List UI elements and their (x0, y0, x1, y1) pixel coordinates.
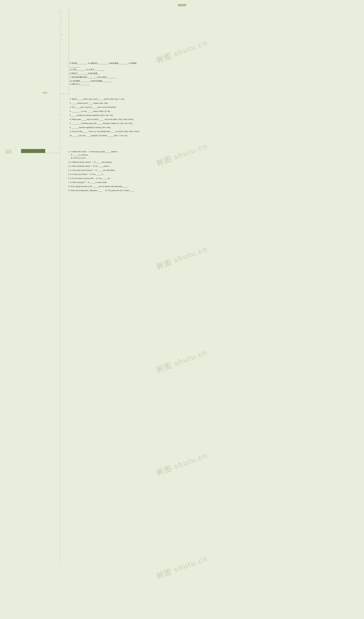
completion-item-5: 5. A: Is Alan your friend? → B: Yes, ___… (68, 173, 135, 176)
completion-item-3: 3. A: Does Cindy like salad? → B: No, __… (68, 165, 135, 168)
watermark-text-6: 树图 shutu.cn (155, 553, 209, 581)
fill-ex-2: 2. _____ erasers are in _____drawer. (he… (70, 102, 139, 105)
trans-ex-9: 21.画出它们__________ (70, 83, 138, 86)
fill-ex-1: 1. What's _____ name? (you / your) _____… (70, 98, 139, 101)
completion-item-1: 1. A: What's this / that? → A: How do yo… (68, 150, 118, 160)
completion-item-4: 4. A: How much are his shoes? → B: _____… (68, 169, 135, 172)
fill-ex-6: 6. Please take _____ keys to school. ___… (70, 118, 139, 121)
fill-ex-10: 10.______ can't see _____baseball. It's … (70, 134, 139, 137)
translation-exercises: 9. 听他说__________ 10. 她喜欢它__________ 11.她… (70, 62, 138, 86)
trans-ex-4: 9. 听他说__________ 10. 她喜欢它__________ 11.她… (70, 62, 138, 68)
completion-item-9: 9. Those are strawberries. Sally likes _… (68, 189, 135, 192)
fill-ex-9: 9. Can you help _____ ? (we / us / our) … (70, 130, 139, 133)
h-connector-1 (60, 12, 63, 12)
fill-ex-5: 5. _____ brother can speak Japanese. (He… (70, 114, 139, 117)
fill-exercises: 1. What's _____ name? (you / your) _____… (70, 98, 139, 137)
trans-ex-8: 19. 他们唱歌__________ 20.他们旧电脑__________ (70, 80, 138, 83)
h-connector-section1 (60, 94, 69, 94)
completion-exercises: 1. A: What's this / that? → A: How do yo… (68, 149, 135, 192)
fill-ex-4: 4. _________ is a cat. _____ name is Mim… (70, 110, 139, 113)
watermark-text-4: 树图 shutu.cn (155, 347, 209, 375)
center-node (21, 149, 45, 153)
trans-ex-5: 13. 它吃__________14.它名字__________ (70, 68, 138, 71)
watermark-text-2: 树图 shutu.cn (155, 141, 209, 169)
page-title (178, 4, 186, 6)
h-connector-2 (60, 17, 63, 17)
fill-ex-8: 8. _______ favorite vegetable is tomato.… (70, 126, 139, 129)
fill-ex-7: 7. _________ is thirteen years old. ____… (70, 122, 139, 125)
watermark: 树图 shutu.cn 树图 shutu.cn 树图 shutu.cn 树图 s… (0, 0, 364, 619)
watermark-text-5: 树图 shutu.cn (155, 450, 209, 478)
trans-ex-7: 17.我们最喜爱的水果__________18.加入我们__________ (70, 76, 138, 79)
watermark-text-3: 树图 shutu.cn (155, 244, 209, 272)
completion-item-7: 7. A: Who is that girl? → B: _____ is Ja… (68, 181, 135, 184)
completion-item-6: 6. A: Do you have a soccer ball? → B: Ye… (68, 177, 135, 180)
h-connector-complete (60, 148, 63, 149)
completion-item-8: 8. This is David and this is Tim. _____ … (68, 185, 135, 188)
section1-header (43, 92, 47, 94)
completion-item-2: 2. A: What are these / those? → B: _____… (68, 161, 135, 164)
fill-ex-3: 3. Can _____(you / your) do _____ (you /… (70, 106, 139, 109)
main-dashed-line (60, 9, 60, 564)
h-connector-4 (60, 27, 63, 27)
pron-label (6, 150, 11, 153)
trans-ex-6: 15.看见它__________16.我们想要__ (70, 72, 138, 75)
watermark-text-1: 树图 shutu.cn (155, 38, 209, 65)
